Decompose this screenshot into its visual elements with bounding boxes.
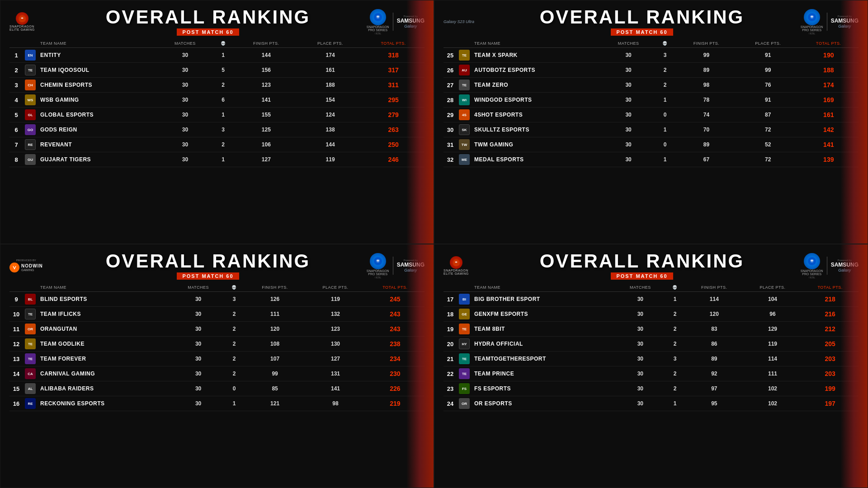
rank-cell: 32 bbox=[443, 152, 457, 167]
team-icon-cell: FS bbox=[457, 381, 472, 396]
team-icon-cell: TE bbox=[457, 48, 472, 63]
team-name-cell: TEAM 8BIT bbox=[472, 322, 616, 337]
total-pts-cell: 203 bbox=[802, 366, 859, 381]
col-place-pts: PLACE PTS. bbox=[737, 39, 799, 48]
total-pts-cell: 218 bbox=[802, 292, 859, 307]
total-pts-cell: 317 bbox=[362, 63, 425, 78]
place-pts-cell: 144 bbox=[298, 137, 362, 152]
finish-pts-cell: 123 bbox=[234, 78, 298, 93]
matches-cell: 30 bbox=[616, 292, 665, 307]
team-icon-cell: AL bbox=[23, 381, 38, 396]
table-row: 8 GU GUJARAT TIGERS 30 1 127 119 246 bbox=[9, 152, 425, 167]
table-header-row: TEAM NAME MATCHES 💀 FINISH PTS. PLACE PT… bbox=[9, 283, 425, 292]
table-header-row: TEAM NAME MATCHES 💀 FINISH PTS. PLACE PT… bbox=[9, 39, 425, 48]
rank-cell: 2 bbox=[9, 63, 23, 78]
team-icon-cell: OR bbox=[23, 322, 38, 337]
ranking-table-wrapper: TEAM NAME MATCHES 💀 FINISH PTS. PLACE PT… bbox=[443, 283, 859, 411]
team-logo: AL bbox=[25, 383, 36, 394]
col-matches: MATCHES bbox=[602, 39, 655, 48]
ranking-panel-panel-bottom-right: Snapdragonelite gaming OVERALL RANKING P… bbox=[434, 244, 868, 488]
col-place-pts: PLACE PTS. bbox=[305, 283, 365, 292]
col-rank bbox=[9, 283, 23, 292]
place-pts-cell: 174 bbox=[298, 48, 362, 63]
place-pts-cell: 138 bbox=[298, 122, 362, 137]
kills-cell: 1 bbox=[212, 108, 234, 122]
place-pts-cell: 119 bbox=[744, 337, 802, 352]
kills-cell: 2 bbox=[665, 322, 685, 337]
kills-cell: 1 bbox=[655, 152, 675, 167]
finish-pts-cell: 156 bbox=[234, 63, 298, 78]
place-pts-cell: 161 bbox=[298, 63, 362, 78]
team-name-cell: WSB GAMING bbox=[38, 93, 158, 108]
total-pts-cell: 219 bbox=[366, 396, 425, 411]
total-pts-cell: 230 bbox=[366, 366, 425, 381]
total-pts-cell: 243 bbox=[366, 322, 425, 337]
kills-cell: 2 bbox=[212, 78, 234, 93]
col-rank bbox=[443, 283, 457, 292]
kills-cell: 1 bbox=[212, 152, 234, 167]
col-finish-pts: FINISH PTS. bbox=[685, 283, 744, 292]
team-logo: RE bbox=[25, 139, 36, 150]
kills-cell: 2 bbox=[224, 337, 245, 352]
matches-cell: 30 bbox=[173, 322, 224, 337]
finish-pts-cell: 89 bbox=[675, 63, 737, 78]
table-row: 24 OR OR ESPORTS 30 1 95 102 197 bbox=[443, 396, 859, 411]
rank-cell: 21 bbox=[443, 352, 457, 366]
ranking-table: TEAM NAME MATCHES 💀 FINISH PTS. PLACE PT… bbox=[443, 283, 859, 411]
team-logo: TE bbox=[459, 324, 470, 334]
finish-pts-cell: 98 bbox=[675, 78, 737, 93]
total-pts-cell: 197 bbox=[802, 396, 859, 411]
team-name-cell: RECKONING ESPORTS bbox=[38, 396, 173, 411]
team-name-cell: TEAM IFLICKS bbox=[38, 307, 173, 322]
total-pts-cell: 263 bbox=[362, 122, 425, 137]
team-name-cell: TEAM FOREVER bbox=[38, 352, 173, 366]
matches-cell: 30 bbox=[616, 366, 665, 381]
team-logo: TE bbox=[459, 80, 470, 90]
team-icon-cell: TW bbox=[457, 137, 472, 152]
col-matches: MATCHES bbox=[616, 283, 665, 292]
panel-subtitle: POST MATCH 60 bbox=[177, 272, 239, 280]
team-logo: TE bbox=[25, 338, 36, 349]
place-pts-cell: 123 bbox=[305, 322, 365, 337]
team-name-cell: ENTITY bbox=[38, 48, 158, 63]
ranking-panel-panel-top-left: Snapdragonelite gaming OVERALL RANKING P… bbox=[0, 0, 434, 244]
place-pts-cell: 132 bbox=[305, 307, 365, 322]
title-block: OVERALL RANKING POST MATCH 60 bbox=[498, 8, 786, 36]
matches-cell: 30 bbox=[158, 78, 212, 93]
ranking-panel-panel-top-right: Galaxy S23 Ultra OVERALL RANKING POST MA… bbox=[434, 0, 868, 244]
place-pts-cell: 98 bbox=[305, 396, 365, 411]
team-name-cell: ALIBABA RAIDERS bbox=[38, 381, 173, 396]
col-rank bbox=[443, 39, 457, 48]
place-pts-cell: 130 bbox=[305, 337, 365, 352]
panel-title: OVERALL RANKING bbox=[498, 8, 786, 27]
col-total-pts: TOTAL PTS. bbox=[362, 39, 425, 48]
team-icon-cell: TE bbox=[23, 337, 38, 352]
table-header-row: TEAM NAME MATCHES 💀 FINISH PTS. PLACE PT… bbox=[443, 39, 859, 48]
kills-cell: 3 bbox=[212, 122, 234, 137]
rank-cell: 14 bbox=[9, 366, 23, 381]
matches-cell: 30 bbox=[616, 307, 665, 322]
team-name-cell: OR ESPORTS bbox=[472, 396, 616, 411]
col-finish-pts: FINISH PTS. bbox=[675, 39, 737, 48]
table-row: 6 GO GODS REIGN 30 3 125 138 263 bbox=[9, 122, 425, 137]
left-logos: Snapdragonelite gaming bbox=[9, 12, 64, 31]
place-pts-cell: 119 bbox=[305, 292, 365, 307]
kills-cell: 1 bbox=[665, 292, 685, 307]
total-pts-cell: 188 bbox=[799, 63, 859, 78]
table-row: 9 BL BLIND ESPORTS 30 3 126 119 245 bbox=[9, 292, 425, 307]
rank-cell: 11 bbox=[9, 322, 23, 337]
team-name-cell: GODS REIGN bbox=[38, 122, 158, 137]
col-matches: MATCHES bbox=[173, 283, 224, 292]
matches-cell: 30 bbox=[158, 48, 212, 63]
kills-cell: 2 bbox=[212, 137, 234, 152]
ranking-table: TEAM NAME MATCHES 💀 FINISH PTS. PLACE PT… bbox=[9, 39, 425, 167]
rank-cell: 31 bbox=[443, 137, 457, 152]
matches-cell: 30 bbox=[602, 137, 655, 152]
team-name-cell: 4SHOT ESPORTS bbox=[472, 108, 602, 122]
kills-cell: 0 bbox=[655, 108, 675, 122]
team-name-cell: BLIND ESPORTS bbox=[38, 292, 173, 307]
matches-cell: 30 bbox=[158, 152, 212, 167]
finish-pts-cell: 99 bbox=[245, 366, 305, 381]
kills-cell: 1 bbox=[224, 396, 245, 411]
rank-cell: 1 bbox=[9, 48, 23, 63]
